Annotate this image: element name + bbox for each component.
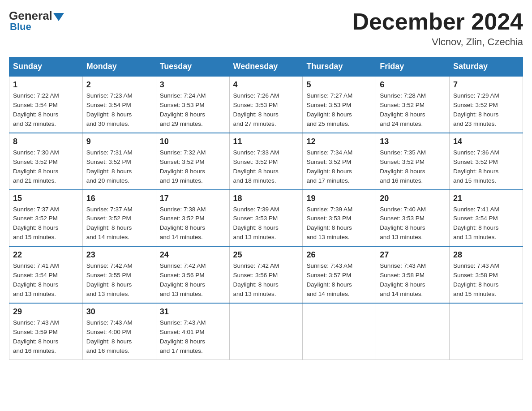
calendar-cell: 26Sunrise: 7:43 AMSunset: 3:57 PMDayligh… xyxy=(303,246,376,303)
day-number: 22 xyxy=(13,250,79,260)
calendar-table: SundayMondayTuesdayWednesdayThursdayFrid… xyxy=(9,57,523,360)
day-info: Sunrise: 7:28 AMSunset: 3:52 PMDaylight:… xyxy=(380,91,446,129)
day-info: Sunrise: 7:22 AMSunset: 3:54 PMDaylight:… xyxy=(13,91,79,129)
day-number: 5 xyxy=(306,80,372,90)
day-info: Sunrise: 7:43 AMSunset: 4:01 PMDaylight:… xyxy=(160,318,226,356)
calendar-cell xyxy=(450,303,523,360)
day-number: 12 xyxy=(306,137,372,146)
day-number: 24 xyxy=(160,250,226,260)
calendar-cell: 15Sunrise: 7:37 AMSunset: 3:52 PMDayligh… xyxy=(9,190,83,247)
day-number: 31 xyxy=(160,307,226,317)
day-info: Sunrise: 7:37 AMSunset: 3:52 PMDaylight:… xyxy=(13,205,79,243)
day-number: 26 xyxy=(306,250,372,260)
day-number: 27 xyxy=(380,250,446,260)
day-header-thursday: Thursday xyxy=(303,57,376,77)
day-info: Sunrise: 7:39 AMSunset: 3:53 PMDaylight:… xyxy=(233,205,299,243)
day-info: Sunrise: 7:41 AMSunset: 3:54 PMDaylight:… xyxy=(453,205,519,243)
day-info: Sunrise: 7:43 AMSunset: 3:58 PMDaylight:… xyxy=(453,261,519,299)
calendar-cell: 6Sunrise: 7:28 AMSunset: 3:52 PMDaylight… xyxy=(376,76,450,133)
logo: General Blue xyxy=(9,9,64,33)
day-info: Sunrise: 7:32 AMSunset: 3:52 PMDaylight:… xyxy=(160,148,226,186)
day-header-tuesday: Tuesday xyxy=(156,57,229,77)
day-number: 8 xyxy=(13,137,79,146)
day-info: Sunrise: 7:43 AMSunset: 3:59 PMDaylight:… xyxy=(13,318,79,356)
day-header-wednesday: Wednesday xyxy=(229,57,303,77)
day-header-sunday: Sunday xyxy=(9,57,83,77)
day-number: 13 xyxy=(380,137,446,146)
day-header-row: SundayMondayTuesdayWednesdayThursdayFrid… xyxy=(9,57,523,77)
calendar-cell: 16Sunrise: 7:37 AMSunset: 3:52 PMDayligh… xyxy=(82,190,156,247)
day-info: Sunrise: 7:34 AMSunset: 3:52 PMDaylight:… xyxy=(306,148,372,186)
calendar-cell: 14Sunrise: 7:36 AMSunset: 3:52 PMDayligh… xyxy=(450,133,523,190)
calendar-cell: 1Sunrise: 7:22 AMSunset: 3:54 PMDaylight… xyxy=(9,76,83,133)
calendar-week-5: 29Sunrise: 7:43 AMSunset: 3:59 PMDayligh… xyxy=(9,303,523,360)
day-header-friday: Friday xyxy=(376,57,450,77)
calendar-cell: 13Sunrise: 7:35 AMSunset: 3:52 PMDayligh… xyxy=(376,133,450,190)
day-info: Sunrise: 7:36 AMSunset: 3:52 PMDaylight:… xyxy=(453,148,519,186)
calendar-cell: 30Sunrise: 7:43 AMSunset: 4:00 PMDayligh… xyxy=(82,303,156,360)
day-number: 29 xyxy=(13,307,79,317)
day-header-saturday: Saturday xyxy=(450,57,523,77)
day-number: 23 xyxy=(86,250,152,260)
day-info: Sunrise: 7:43 AMSunset: 3:58 PMDaylight:… xyxy=(380,261,446,299)
calendar-cell: 22Sunrise: 7:41 AMSunset: 3:54 PMDayligh… xyxy=(9,246,83,303)
day-info: Sunrise: 7:42 AMSunset: 3:56 PMDaylight:… xyxy=(160,261,226,299)
calendar-cell: 3Sunrise: 7:24 AMSunset: 3:53 PMDaylight… xyxy=(156,76,229,133)
day-info: Sunrise: 7:38 AMSunset: 3:52 PMDaylight:… xyxy=(160,205,226,243)
calendar-cell: 12Sunrise: 7:34 AMSunset: 3:52 PMDayligh… xyxy=(303,133,376,190)
day-info: Sunrise: 7:42 AMSunset: 3:56 PMDaylight:… xyxy=(233,261,299,299)
page-header: General Blue December 2024 Vlcnov, Zlin,… xyxy=(9,9,523,48)
calendar-cell: 8Sunrise: 7:30 AMSunset: 3:52 PMDaylight… xyxy=(9,133,83,190)
day-number: 1 xyxy=(13,80,79,90)
day-info: Sunrise: 7:30 AMSunset: 3:52 PMDaylight:… xyxy=(13,148,79,186)
calendar-cell: 9Sunrise: 7:31 AMSunset: 3:52 PMDaylight… xyxy=(82,133,156,190)
calendar-body: 1Sunrise: 7:22 AMSunset: 3:54 PMDaylight… xyxy=(9,76,523,360)
day-number: 14 xyxy=(453,137,519,146)
calendar-cell: 23Sunrise: 7:42 AMSunset: 3:55 PMDayligh… xyxy=(82,246,156,303)
calendar-cell: 18Sunrise: 7:39 AMSunset: 3:53 PMDayligh… xyxy=(229,190,303,247)
title-block: December 2024 Vlcnov, Zlin, Czechia xyxy=(352,9,523,48)
day-number: 15 xyxy=(13,194,79,203)
day-number: 9 xyxy=(86,137,152,146)
calendar-week-2: 8Sunrise: 7:30 AMSunset: 3:52 PMDaylight… xyxy=(9,133,523,190)
day-info: Sunrise: 7:24 AMSunset: 3:53 PMDaylight:… xyxy=(160,91,226,129)
logo-blue-text: Blue xyxy=(10,21,64,33)
day-info: Sunrise: 7:35 AMSunset: 3:52 PMDaylight:… xyxy=(380,148,446,186)
calendar-cell: 20Sunrise: 7:40 AMSunset: 3:53 PMDayligh… xyxy=(376,190,450,247)
calendar-cell: 10Sunrise: 7:32 AMSunset: 3:52 PMDayligh… xyxy=(156,133,229,190)
day-number: 19 xyxy=(306,194,372,203)
calendar-cell: 21Sunrise: 7:41 AMSunset: 3:54 PMDayligh… xyxy=(450,190,523,247)
month-title: December 2024 xyxy=(352,9,523,34)
day-info: Sunrise: 7:41 AMSunset: 3:54 PMDaylight:… xyxy=(13,261,79,299)
calendar-cell: 28Sunrise: 7:43 AMSunset: 3:58 PMDayligh… xyxy=(450,246,523,303)
day-info: Sunrise: 7:26 AMSunset: 3:53 PMDaylight:… xyxy=(233,91,299,129)
day-info: Sunrise: 7:37 AMSunset: 3:52 PMDaylight:… xyxy=(86,205,152,243)
calendar-header: SundayMondayTuesdayWednesdayThursdayFrid… xyxy=(9,57,523,77)
calendar-cell: 24Sunrise: 7:42 AMSunset: 3:56 PMDayligh… xyxy=(156,246,229,303)
calendar-cell xyxy=(376,303,450,360)
day-info: Sunrise: 7:27 AMSunset: 3:53 PMDaylight:… xyxy=(306,91,372,129)
calendar-cell: 19Sunrise: 7:39 AMSunset: 3:53 PMDayligh… xyxy=(303,190,376,247)
day-number: 7 xyxy=(453,80,519,90)
calendar-cell: 7Sunrise: 7:29 AMSunset: 3:52 PMDaylight… xyxy=(450,76,523,133)
calendar-cell xyxy=(303,303,376,360)
day-info: Sunrise: 7:43 AMSunset: 3:57 PMDaylight:… xyxy=(306,261,372,299)
day-number: 18 xyxy=(233,194,299,203)
day-info: Sunrise: 7:33 AMSunset: 3:52 PMDaylight:… xyxy=(233,148,299,186)
day-info: Sunrise: 7:29 AMSunset: 3:52 PMDaylight:… xyxy=(453,91,519,129)
day-number: 16 xyxy=(86,194,152,203)
calendar-week-4: 22Sunrise: 7:41 AMSunset: 3:54 PMDayligh… xyxy=(9,246,523,303)
day-info: Sunrise: 7:43 AMSunset: 4:00 PMDaylight:… xyxy=(86,318,152,356)
day-info: Sunrise: 7:39 AMSunset: 3:53 PMDaylight:… xyxy=(306,205,372,243)
calendar-cell: 29Sunrise: 7:43 AMSunset: 3:59 PMDayligh… xyxy=(9,303,83,360)
day-number: 2 xyxy=(86,80,152,90)
day-number: 30 xyxy=(86,307,152,317)
calendar-cell xyxy=(229,303,303,360)
day-number: 3 xyxy=(160,80,226,90)
day-number: 10 xyxy=(160,137,226,146)
calendar-week-1: 1Sunrise: 7:22 AMSunset: 3:54 PMDaylight… xyxy=(9,76,523,133)
day-info: Sunrise: 7:31 AMSunset: 3:52 PMDaylight:… xyxy=(86,148,152,186)
day-info: Sunrise: 7:23 AMSunset: 3:54 PMDaylight:… xyxy=(86,91,152,129)
day-number: 25 xyxy=(233,250,299,260)
day-header-monday: Monday xyxy=(82,57,156,77)
